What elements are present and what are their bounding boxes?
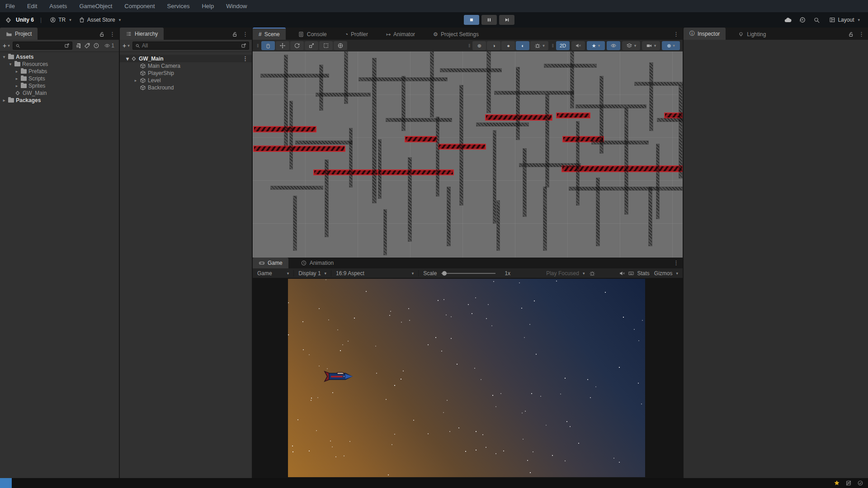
aspect-dropdown[interactable]: 16:9 Aspect▾: [334, 270, 415, 277]
star: [552, 455, 553, 456]
background-tasks-icon[interactable]: [857, 480, 863, 486]
scale-tool-button[interactable]: [305, 41, 318, 50]
play-button[interactable]: [464, 15, 479, 25]
tab-profiler[interactable]: ◔ Profiler: [339, 28, 374, 40]
open-search-window-icon[interactable]: [241, 43, 246, 48]
tab-inspector[interactable]: ⓘ Inspector: [684, 28, 726, 40]
scene-visibility-button[interactable]: [607, 41, 620, 50]
status-bar: [0, 478, 868, 488]
toolbar-drag-handle[interactable]: ‖: [550, 43, 554, 48]
scene-lighting-button[interactable]: ◐: [516, 41, 529, 50]
cache-server-icon[interactable]: [845, 480, 852, 486]
transform-tool-button[interactable]: [334, 41, 347, 50]
hierarchy-search-input[interactable]: All: [132, 42, 249, 50]
lock-icon[interactable]: [231, 31, 238, 38]
tree-item-gwmain-scene[interactable]: GW_Main: [0, 89, 119, 97]
tree-item-prefabs[interactable]: ▸Prefabs: [0, 68, 119, 75]
hierarchy-item-level[interactable]: ▸ Level: [120, 77, 252, 84]
toolbar-drag-handle[interactable]: ‖: [467, 43, 471, 48]
menu-edit[interactable]: Edit: [27, 3, 37, 9]
layers-dropdown[interactable]: ▾: [622, 41, 640, 50]
burst-warning-icon[interactable]: [834, 480, 840, 486]
tab-scene[interactable]: # Scene: [253, 28, 286, 40]
scene-menu-icon[interactable]: ⋮: [242, 55, 252, 62]
game-target-dropdown[interactable]: Game▾: [255, 270, 291, 277]
label-icon[interactable]: [84, 42, 90, 49]
lock-icon[interactable]: [99, 31, 105, 38]
menu-assets[interactable]: Assets: [49, 3, 67, 9]
debug-bug-icon[interactable]: [589, 270, 595, 277]
hierarchy-item-main-camera[interactable]: Main Camera: [120, 62, 252, 70]
girder-column: [373, 58, 376, 203]
move-tool-button[interactable]: [276, 41, 289, 50]
tree-item-packages[interactable]: ▸Packages: [0, 97, 119, 104]
hidden-count[interactable]: 1: [102, 42, 116, 49]
tree-item-sprites[interactable]: ▸Sprites: [0, 82, 119, 89]
toolbar-drag-handle[interactable]: ‖: [255, 43, 259, 48]
project-search-input[interactable]: [13, 42, 73, 50]
gizmos-dropdown[interactable]: ⊕▾: [662, 41, 680, 50]
tab-animation[interactable]: Animation: [295, 258, 340, 268]
metrics-keyboard-icon[interactable]: [628, 270, 634, 277]
open-search-window-icon[interactable]: [64, 43, 70, 48]
star: [441, 351, 442, 352]
camera-dropdown[interactable]: ▾: [642, 41, 660, 50]
tab-console[interactable]: Console: [292, 28, 333, 40]
invalid-results-icon[interactable]: [93, 42, 99, 49]
hand-tool-button[interactable]: [261, 41, 275, 50]
2d-mode-button[interactable]: 2D: [556, 41, 570, 50]
display-dropdown[interactable]: Display 1▾: [297, 270, 328, 277]
lighting-toggle-button[interactable]: ●: [501, 41, 515, 50]
menu-file[interactable]: File: [5, 3, 15, 9]
hierarchy-scene-gwmain[interactable]: ▾ GW_Main ⋮: [120, 55, 252, 62]
layout-dropdown[interactable]: Layout▾: [827, 17, 862, 23]
cloud-icon[interactable]: [784, 16, 792, 24]
scale-slider[interactable]: [441, 273, 495, 274]
draw-mode-button[interactable]: ⊕: [472, 41, 486, 50]
hierarchy-item-playership[interactable]: PlayerShip: [120, 70, 252, 77]
tab-project[interactable]: Project: [0, 28, 38, 40]
create-asset-button[interactable]: +▾: [3, 42, 10, 49]
search-icon[interactable]: [813, 17, 820, 23]
gizmos-dropdown[interactable]: Gizmos▾: [652, 270, 680, 277]
menu-gameobject[interactable]: GameObject: [79, 3, 112, 9]
filter-type-icon[interactable]: [75, 42, 81, 49]
panel-menu-icon[interactable]: ⋮: [109, 31, 115, 38]
game-viewport[interactable]: [288, 279, 645, 477]
panel-menu-icon[interactable]: ⋮: [859, 31, 864, 38]
tab-hierarchy[interactable]: Hierarchy: [120, 28, 164, 40]
tab-project-settings[interactable]: ⚙ Project Settings: [427, 28, 485, 40]
lock-icon[interactable]: [848, 31, 854, 38]
undo-history-icon[interactable]: [799, 16, 806, 23]
debug-draw-dropdown[interactable]: ▾: [530, 41, 548, 50]
effects-dropdown[interactable]: ★▾: [587, 41, 605, 50]
menu-window[interactable]: Window: [226, 3, 247, 9]
tab-animator[interactable]: ↦ Animator: [380, 28, 421, 40]
panel-menu-icon[interactable]: ⋮: [673, 259, 679, 266]
tree-item-assets[interactable]: ▾Assets: [0, 53, 119, 61]
tab-game[interactable]: Game: [253, 258, 288, 268]
menu-services[interactable]: Services: [167, 3, 190, 9]
panel-menu-icon[interactable]: ⋮: [242, 31, 248, 38]
account-dropdown[interactable]: TR▾: [48, 17, 73, 23]
menu-help[interactable]: Help: [202, 3, 214, 9]
hierarchy-item-backround[interactable]: Backround: [120, 84, 252, 91]
pause-button[interactable]: [481, 15, 497, 25]
tab-lighting[interactable]: Lighting: [732, 28, 772, 40]
menu-component[interactable]: Component: [124, 3, 155, 9]
play-focused-dropdown[interactable]: Play Focused▾: [544, 270, 586, 277]
create-object-button[interactable]: +▾: [123, 42, 130, 49]
audio-mute-button[interactable]: [571, 41, 585, 50]
scene-canvas[interactable]: ‖ ▦ ◯ ◈: [253, 52, 683, 258]
panel-menu-icon[interactable]: ⋮: [673, 31, 679, 38]
stats-button[interactable]: Stats: [637, 270, 649, 277]
tree-item-resources[interactable]: ▾Resources: [0, 61, 119, 68]
mute-audio-icon[interactable]: [619, 270, 625, 277]
asset-store-dropdown[interactable]: Asset Store▾: [77, 17, 123, 23]
tree-item-scripts[interactable]: ▸Scripts: [0, 75, 119, 82]
rect-tool-button[interactable]: [319, 41, 333, 50]
rotate-tool-button[interactable]: [290, 41, 304, 50]
step-button[interactable]: [499, 15, 514, 25]
shaded-wireframe-button[interactable]: ◑: [487, 41, 500, 50]
girder-beam: [271, 186, 323, 189]
